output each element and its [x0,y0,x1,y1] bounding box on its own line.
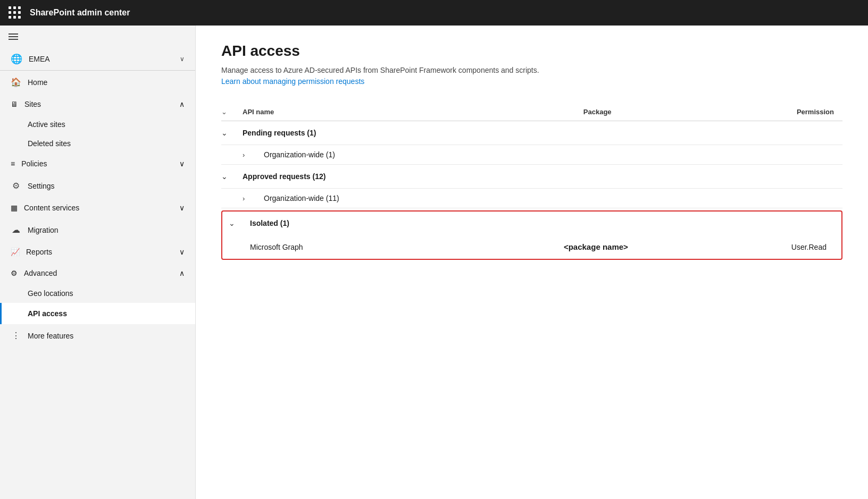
package-cell: <package name> [481,242,712,251]
content-services-icon: ▦ [11,204,18,212]
api-name-cell: Microsoft Graph [250,243,481,251]
sidebar-item-sites[interactable]: 🖥 Sites ∧ [0,94,195,115]
advanced-icon: ⚙ [11,269,18,277]
sites-icon: 🖥 [11,100,18,108]
approved-section-title: Approved requests (12) [243,172,326,181]
sub-org-wide-approved[interactable]: › Organization-wide (11) [221,189,842,208]
section-pending-requests[interactable]: ⌄ Pending requests (1) [221,121,842,145]
approved-expand-icon[interactable]: ⌄ [221,172,243,181]
main-content: API access Manage access to Azure AD-sec… [196,26,868,499]
content-services-chevron-down-icon: ∨ [179,204,185,212]
section-isolated[interactable]: ⌄ Isolated (1) [222,212,841,235]
topbar: SharePoint admin center [0,0,868,26]
reports-icon: 📈 [11,248,20,256]
col-header-package: Package [479,108,716,116]
home-icon: 🏠 [11,77,21,87]
org-wide-pending-expand-icon[interactable]: › [243,151,264,159]
org-wide-approved-expand-icon[interactable]: › [243,194,264,202]
settings-icon: ⚙ [11,181,21,191]
sidebar-item-content-services[interactable]: ▦ Content services ∨ [0,197,195,218]
sidebar-item-label: Content services [24,204,79,212]
policies-icon: ≡ [11,159,15,168]
sidebar-item-label: Policies [21,159,47,168]
table-header: ⌄ API name Package Permission [221,103,842,121]
sidebar-item-label: Sites [24,100,41,108]
isolated-section-highlighted: ⌄ Isolated (1) Microsoft Graph <package … [221,210,842,260]
header-expand-col: ⌄ [221,107,243,116]
isolated-section-title: Isolated (1) [250,219,289,227]
sidebar-item-settings[interactable]: ⚙ Settings [0,174,195,197]
sidebar: 🌐 EMEA ∨ 🏠 Home 🖥 Sites ∧ Active sites D… [0,26,196,499]
migration-icon: ☁ [11,225,21,235]
learn-more-link[interactable]: Learn about managing permission requests [221,77,364,86]
page-title: API access [221,43,842,60]
tenant-name: EMEA [29,55,50,63]
sidebar-item-label: Advanced [24,269,57,277]
sidebar-item-more-features[interactable]: ⋮ More features [0,324,195,347]
app-title: SharePoint admin center [30,8,130,18]
sidebar-item-policies[interactable]: ≡ Policies ∨ [0,153,195,174]
sidebar-item-deleted-sites[interactable]: Deleted sites [0,134,195,153]
table-row: Microsoft Graph <package name> User.Read [222,235,841,259]
app-launcher-icon[interactable] [9,6,21,19]
sub-org-wide-pending[interactable]: › Organization-wide (1) [221,145,842,165]
sidebar-item-api-access[interactable]: API access [0,303,195,324]
pending-section-title: Pending requests (1) [243,129,316,137]
sidebar-item-label: Settings [28,182,185,190]
page-description: Manage access to Azure AD-secured APIs f… [221,66,842,74]
sub-row-label: Organization-wide (1) [264,150,842,159]
sub-row-label: Organization-wide (11) [264,194,842,202]
advanced-chevron-up-icon: ∧ [179,269,185,277]
pending-expand-icon[interactable]: ⌄ [221,129,243,137]
header-chevron-down-icon: ⌄ [221,108,227,116]
more-features-icon: ⋮ [11,331,21,341]
tenant-selector[interactable]: 🌐 EMEA ∨ [0,48,195,71]
sidebar-item-home[interactable]: 🏠 Home [0,71,195,94]
sidebar-item-reports[interactable]: 📈 Reports ∨ [0,241,195,263]
section-approved-requests[interactable]: ⌄ Approved requests (12) [221,165,842,189]
hamburger-button[interactable] [0,26,195,48]
sidebar-item-advanced[interactable]: ⚙ Advanced ∧ [0,263,195,284]
permission-cell: User.Read [711,243,835,251]
policies-chevron-down-icon: ∨ [179,159,185,168]
col-header-api-name: API name [243,108,479,116]
sidebar-item-geo-locations[interactable]: Geo locations [0,284,195,303]
tenant-chevron-down-icon: ∨ [180,55,185,63]
sidebar-item-label: More features [28,332,185,340]
sidebar-item-migration[interactable]: ☁ Migration [0,218,195,241]
isolated-expand-icon[interactable]: ⌄ [229,219,250,227]
reports-chevron-down-icon: ∨ [179,248,185,256]
globe-icon: 🌐 [11,53,22,65]
sidebar-item-label: API access [11,309,185,318]
sidebar-item-label: Migration [28,226,185,234]
sidebar-item-label: Home [28,78,185,87]
col-header-permission: Permission [716,108,842,116]
sidebar-item-active-sites[interactable]: Active sites [0,115,195,134]
sidebar-item-label: Reports [26,248,52,256]
sites-chevron-up-icon: ∧ [179,100,185,108]
